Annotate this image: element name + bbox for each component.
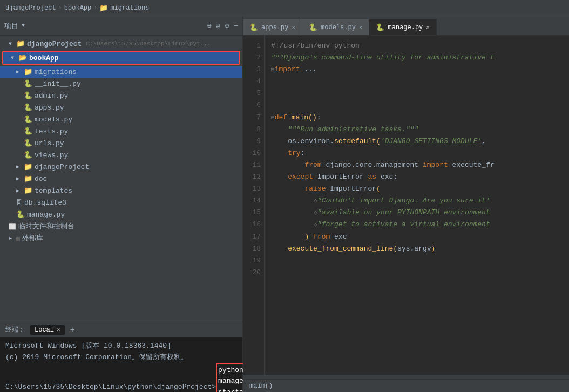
settings-icon[interactable]: ⚙	[225, 21, 229, 30]
views-file-icon: 🐍	[24, 151, 32, 159]
arrow-down-icon-bookapp: ▼	[11, 55, 16, 61]
tree-item-temp[interactable]: ⬜ 临时文件和控制台	[0, 220, 242, 232]
tab-manage-py-close[interactable]: ✕	[426, 24, 430, 31]
code-line-20	[271, 267, 563, 279]
tab-apps-py-label: apps.py	[261, 24, 288, 31]
tree-item-urls[interactable]: 🐍 urls.py	[0, 137, 242, 149]
terminal-line-1: Microsoft Windows [版本 10.0.18363.1440]	[5, 341, 237, 352]
tab-manage-py-icon: 🐍	[376, 23, 384, 32]
tree-item-external[interactable]: ▶ ▦ 外部库	[0, 232, 242, 244]
tree-item-views[interactable]: 🐍 views.py	[0, 149, 242, 161]
breadcrumb-project[interactable]: djangoProject	[5, 4, 56, 12]
db-file-icon: 🗄	[16, 199, 22, 206]
root-path: C:\Users\15735\Desktop\Linux\pyt...	[86, 40, 211, 47]
code-line-18: execute_from_command_line(sys.argv)	[271, 243, 563, 255]
tree-item-models[interactable]: 🐍 models.py	[0, 113, 242, 125]
urls-file-icon: 🐍	[24, 139, 32, 147]
tab-apps-py[interactable]: 🐍 apps.py ✕	[243, 19, 302, 35]
code-line-13: raise ImportError(	[271, 183, 563, 195]
editor-tabs: 🐍 apps.py ✕ 🐍 models.py ✕ 🐍 manage.py ✕	[243, 16, 569, 36]
tree-item-templates[interactable]: ▶ 📁 templates	[0, 185, 242, 197]
file-tree: ▼ 📁 djangoProject C:\Users\15735\Desktop…	[0, 36, 242, 322]
manage-file-icon: 🐍	[16, 210, 25, 219]
code-scrollbar[interactable]	[243, 375, 569, 379]
views-label: views.py	[35, 151, 68, 159]
code-area: 12345 678910 1112131415 1617181920 #!/us…	[243, 36, 569, 375]
tree-item-admin[interactable]: 🐍 admin.py	[0, 90, 242, 102]
tree-item-bookapp[interactable]: ▼ 📂 bookApp	[3, 52, 239, 64]
breadcrumb-bar: djangoProject › bookApp › 📁 migrations	[0, 0, 569, 16]
doc-folder-icon: 📁	[24, 174, 32, 183]
code-line-6	[271, 99, 563, 111]
terminal-close-icon[interactable]: ✕	[57, 326, 60, 333]
apps-file-icon: 🐍	[24, 103, 32, 112]
models-label: models.py	[35, 116, 72, 124]
arrow-right-icon-ext: ▶	[9, 235, 14, 241]
terminal-label: 终端：	[5, 325, 25, 334]
tab-apps-py-close[interactable]: ✕	[292, 24, 295, 31]
project-label: 项目	[4, 21, 18, 31]
tab-models-py-close[interactable]: ✕	[359, 24, 363, 31]
code-line-9: os.environ.setdefault('DJANGO_SETTINGS_M…	[271, 136, 563, 147]
arrow-right-icon-dp: ▶	[16, 164, 22, 170]
code-panel: 🐍 apps.py ✕ 🐍 models.py ✕ 🐍 manage.py ✕ …	[243, 16, 569, 392]
terminal-add-button[interactable]: +	[70, 326, 74, 334]
project-dropdown-arrow[interactable]: ▼	[22, 23, 25, 29]
tree-item-manage[interactable]: 🐍 manage.py	[0, 208, 242, 220]
terminal-line-2: (c) 2019 Microsoft Corporation。保留所有权利。	[5, 352, 237, 363]
main-layout: 项目 ▼ ⊕ ⇄ ⚙ − ▼ 📁 djangoProject C:\Users\…	[0, 16, 569, 392]
sidebar-toolbar-left: 项目 ▼	[4, 21, 25, 31]
tab-models-py[interactable]: 🐍 models.py ✕	[302, 19, 369, 35]
templates-folder-icon: 📁	[24, 186, 32, 195]
tree-item-tests[interactable]: 🐍 tests.py	[0, 125, 242, 137]
tab-apps-py-icon: 🐍	[249, 23, 258, 32]
dp-folder-icon: 📁	[24, 163, 32, 171]
admin-label: admin.py	[35, 92, 68, 100]
tree-item-migrations[interactable]: ▶ 📁 migrations	[0, 66, 242, 78]
tree-item-init[interactable]: 🐍 __init__.py	[0, 78, 242, 90]
code-line-1: #!/usr/bin/env python	[271, 40, 563, 52]
arrow-right-icon-migrations: ▶	[16, 69, 22, 75]
terminal-tabs: 终端： Local ✕ +	[0, 322, 242, 337]
apps-label: apps.py	[35, 104, 64, 112]
temp-label: 临时文件和控制台	[18, 221, 74, 231]
doc-label: doc	[35, 175, 47, 183]
code-line-3: ⊟import ...	[271, 64, 563, 76]
tree-item-doc[interactable]: ▶ 📁 doc	[0, 173, 242, 185]
add-icon[interactable]: ⊕	[207, 21, 211, 30]
root-label: djangoProject	[27, 40, 82, 48]
bookapp-label: bookApp	[29, 54, 59, 62]
tests-label: tests.py	[35, 127, 68, 136]
transfer-icon[interactable]: ⇄	[216, 21, 220, 30]
root-folder-icon: 📁	[16, 39, 25, 48]
tree-item-djangoproject[interactable]: ▶ 📁 djangoProject	[0, 161, 242, 173]
terminal-prompt: C:\Users\15735\Desktop\Linux\python\djan…	[5, 382, 216, 392]
code-line-11: from django.core.management import execu…	[271, 159, 563, 171]
tree-item-apps[interactable]: 🐍 apps.py	[0, 102, 242, 113]
terminal-section: 终端： Local ✕ + Microsoft Windows [版本 10.0…	[0, 322, 242, 392]
tab-manage-py[interactable]: 🐍 manage.py ✕	[369, 19, 436, 35]
code-line-12: except ImportError as exc:	[271, 171, 563, 183]
breadcrumb-sep2: ›	[93, 4, 97, 12]
collapse-icon[interactable]: −	[234, 22, 238, 30]
breadcrumb-app[interactable]: bookApp	[64, 4, 91, 12]
tests-file-icon: 🐍	[24, 127, 32, 136]
tree-item-db[interactable]: 🗄 db.sqlite3	[0, 197, 242, 208]
code-line-2: """Django's command-line utility for adm…	[271, 52, 563, 64]
tab-manage-py-label: manage.py	[388, 24, 423, 31]
models-file-icon: 🐍	[24, 115, 32, 124]
external-icon: ▦	[16, 235, 20, 242]
function-hint-text: main()	[249, 382, 273, 390]
line-numbers: 12345 678910 1112131415 1617181920	[243, 36, 265, 375]
arrow-right-icon-doc: ▶	[16, 175, 22, 182]
dp-label: djangoProject	[35, 163, 89, 171]
terminal-tab-local[interactable]: Local ✕	[30, 325, 65, 335]
terminal-tab-local-label: Local	[35, 326, 54, 334]
tab-models-py-icon: 🐍	[309, 23, 317, 32]
code-content[interactable]: #!/usr/bin/env python """Django's comman…	[265, 36, 569, 375]
terminal-content: Microsoft Windows [版本 10.0.18363.1440] (…	[0, 337, 242, 392]
tree-item-root[interactable]: ▼ 📁 djangoProject C:\Users\15735\Desktop…	[0, 38, 242, 50]
arrow-down-icon: ▼	[9, 41, 14, 47]
init-file-icon: 🐍	[24, 79, 32, 88]
folder-icon: 📁	[99, 4, 108, 12]
